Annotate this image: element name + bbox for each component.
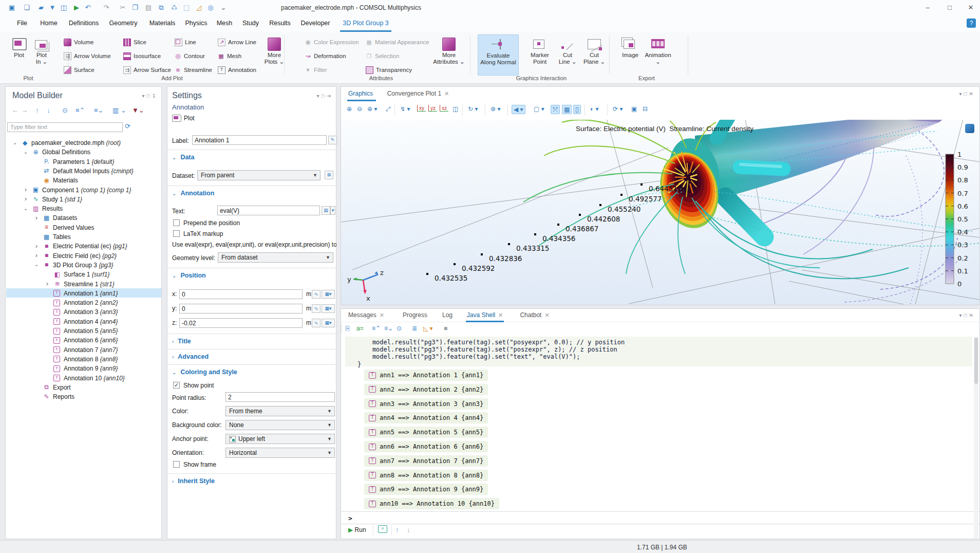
tree-item-electric-potential-ec-[interactable]: ›■Electric Potential (ec) {pg1} [6, 242, 160, 251]
ribbon-cut-line-button[interactable]: CutLine ⌄ [553, 34, 582, 75]
lines-icon[interactable]: ≣ [412, 325, 417, 332]
show-frame-checkbox[interactable] [173, 461, 180, 468]
tree-chevron-down[interactable]: ⌄ [23, 206, 28, 211]
ribbon-line-button[interactable]: Line [175, 36, 196, 48]
menu-tab-geometry[interactable]: Geometry [109, 20, 138, 27]
terminal-icon[interactable]: ≡ [378, 525, 387, 533]
section-header-annotation[interactable]: ⌄Annotation [172, 190, 214, 197]
ribbon-slice-button[interactable]: Slice [123, 36, 146, 48]
text-edit-dropdown[interactable]: ▾ [330, 206, 335, 215]
section-header-inherit[interactable]: ›Inherit Style [172, 477, 215, 485]
ribbon-arrow-volume-button[interactable]: ⇶Arrow Volume [64, 50, 111, 62]
tree-chevron-down[interactable]: ⌄ [12, 140, 17, 145]
dataset-dropdown[interactable]: From parent▼ [197, 170, 321, 180]
snapshot-icon[interactable]: ▣ [630, 105, 638, 113]
text-input[interactable]: eval(V) [217, 206, 320, 215]
more-chevron-icon[interactable]: ⌄ [218, 2, 229, 13]
ribbon-evaluate-along-normal-button[interactable]: EvaluateAlong Normal [478, 34, 519, 76]
tree-item-datasets[interactable]: ›▦Datasets [6, 213, 160, 223]
tree-item-tables[interactable]: ▦Tables [6, 232, 160, 242]
maximize-button[interactable]: □ [942, 3, 957, 12]
view-xz-icon[interactable]: xz [440, 105, 448, 112]
cube-view-icon[interactable]: ▢ ▾ [532, 105, 546, 113]
forward-icon[interactable]: → [21, 106, 28, 114]
show-icon[interactable]: ⊙ [62, 106, 68, 114]
menu-tab-definitions[interactable]: Definitions [69, 20, 99, 27]
rotate-icon[interactable]: ↻ ▾ [466, 105, 479, 113]
app-icon[interactable]: ▣ [6, 2, 17, 13]
ribbon-marker-point-button[interactable]: MarkerPoint [525, 34, 555, 75]
z-function-button[interactable]: ∿ [312, 319, 321, 327]
ribbon-animation-button[interactable]: Animation⌄ [643, 34, 673, 75]
cut-icon[interactable]: ✂ [117, 2, 128, 13]
tree-item-annotation-4[interactable]: TAnnotation 4 {ann4} [6, 317, 160, 326]
default-view-icon[interactable]: ↯ ▾ [399, 105, 411, 113]
menu-tab-materials[interactable]: Materials [149, 20, 176, 27]
ribbon-cut-plane-button[interactable]: CutPlane ⌄ [579, 34, 609, 75]
panel-header-icons[interactable]: ▾□✕ [959, 91, 975, 97]
tree-chevron-right[interactable]: › [34, 251, 39, 259]
format-icon[interactable]: ⎘ [345, 325, 350, 332]
latex-markup-checkbox[interactable] [173, 230, 180, 237]
search-icon[interactable]: ◎ [205, 2, 216, 13]
sound-icon[interactable]: ◀ ▾ [512, 105, 525, 114]
tree-item-electric-field-ec-[interactable]: ›■Electric Field (ec) {pg2} [6, 251, 160, 261]
ribbon-image-button[interactable]: Image [615, 34, 645, 75]
ribbon-more-plots-button[interactable]: MorePlots ⌄ [259, 34, 289, 75]
select-brush-icon[interactable]: ◿ [193, 2, 204, 13]
palette-icon[interactable]: ◐ ▾ [589, 105, 600, 113]
stop-icon[interactable]: ■ [444, 325, 447, 332]
x-combo-button[interactable]: ▦▾ [322, 290, 335, 299]
menu-tab-home[interactable]: Home [40, 20, 57, 27]
anchor-point-dropdown[interactable]: Upper left▼ [225, 434, 335, 444]
tree-item-materials[interactable]: ◉Materials [6, 176, 160, 185]
menu-tab-developer[interactable]: Developer [301, 20, 330, 27]
ribbon-surface-button[interactable]: Surface [64, 64, 95, 76]
down-icon[interactable]: ↓ [47, 106, 50, 114]
tree-item-annotation-1[interactable]: TAnnotation 1 {ann1} [6, 289, 160, 298]
ribbon-material-appearance-button[interactable]: ▦Material Appearance [366, 36, 429, 48]
indent-up-icon[interactable]: ≡⌃ [372, 325, 381, 332]
select-box-icon[interactable]: ⬚ [181, 2, 192, 13]
save-as-icon[interactable]: ◫ [58, 2, 69, 13]
ribbon-mesh-button[interactable]: ▦Mesh [218, 50, 241, 62]
help-icon[interactable]: ? [967, 19, 976, 28]
tab-progress[interactable]: Progress [403, 311, 427, 319]
menu-tab-results[interactable]: Results [269, 20, 291, 27]
tree-item-surface-1[interactable]: ◧Surface 1 {surf1} [6, 270, 160, 279]
ribbon-streamline-button[interactable]: ≋Streamline [175, 64, 212, 76]
tab-messages[interactable]: Messages✕ [348, 311, 384, 319]
save-icon[interactable]: ▼ [47, 2, 58, 13]
tab-log[interactable]: Log [442, 311, 453, 319]
view-xy-icon[interactable]: xy [417, 105, 426, 112]
grid-toggle-icon[interactable]: ▦ [562, 105, 572, 114]
ribbon-contour-button[interactable]: ◎Contour [175, 50, 205, 62]
tree-item-annotation-9[interactable]: TAnnotation 9 {ann9} [6, 364, 160, 373]
y-combo-button[interactable]: ▦▾ [322, 304, 335, 313]
menu-tab-mesh[interactable]: Mesh [217, 20, 233, 27]
section-header-position[interactable]: ⌄Position [172, 272, 206, 279]
geometry-level-dropdown[interactable]: From dataset▼ [218, 252, 333, 263]
ribbon-more-attributes-button[interactable]: MoreAttributes ⌄ [434, 34, 464, 75]
tree-item-derived-values[interactable]: ≡Derived Values [6, 223, 160, 232]
paste-icon[interactable]: ▤ [143, 2, 154, 13]
tree-item-3d-plot-group-3[interactable]: ⌄■3D Plot Group 3 {pg3} [6, 261, 160, 270]
colorbar-toggle-icon[interactable]: ▯ [573, 105, 581, 114]
assign-icon[interactable]: a= [356, 325, 364, 332]
section-header-advanced[interactable]: ›Advanced [172, 353, 209, 360]
menu-tab-file[interactable]: File [17, 20, 27, 27]
open-icon[interactable]: ▰ [35, 2, 47, 13]
zoom-out-icon[interactable]: ⊖ [355, 105, 364, 113]
close-button[interactable]: ✕ [963, 3, 978, 12]
menu-tab-3d-plot-group-3[interactable]: 3D Plot Group 3 [343, 20, 389, 27]
expand-icon[interactable]: ≡⌄ [94, 106, 103, 114]
show-all-icon[interactable]: ⊙ [397, 325, 402, 332]
tree-item-study-1[interactable]: ›∿Study 1 {std 1} [6, 195, 160, 204]
camera-icon[interactable]: ◫ [451, 105, 460, 113]
ribbon-arrow-line-button[interactable]: ↗Arrow Line [218, 36, 256, 48]
ribbon-plot-in-button[interactable]: PlotIn ⌄ [27, 34, 56, 75]
tree-chevron-right[interactable]: › [34, 242, 39, 250]
tree-item-parameters-1[interactable]: PᵢParameters 1 {default} [6, 157, 160, 167]
edit-dataset-button[interactable]: ⊞ [325, 171, 333, 179]
ribbon-arrow-surface-button[interactable]: ⇉Arrow Surface [123, 64, 171, 76]
